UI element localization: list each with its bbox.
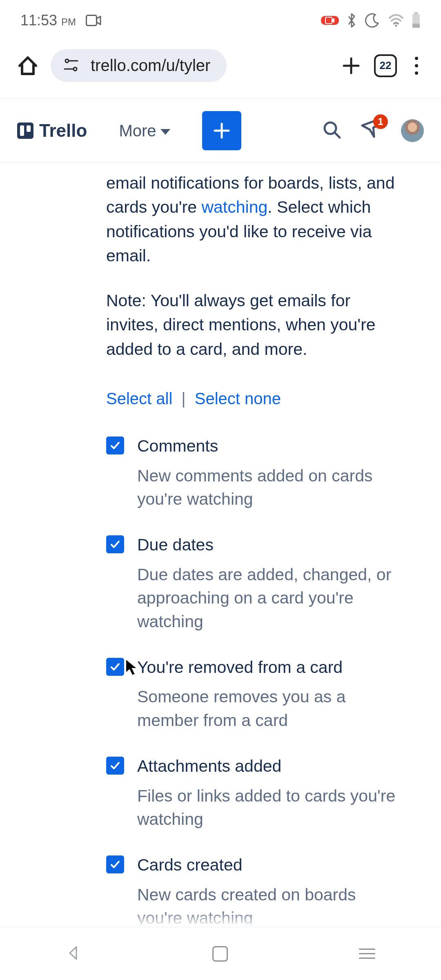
svg-point-8 (74, 67, 77, 71)
site-settings-icon[interactable] (63, 57, 79, 75)
settings-content: email notifications for boards, lists, a… (0, 163, 441, 980)
option-comments: Comments New comments added on cards you… (106, 427, 400, 526)
battery-icon (412, 12, 421, 29)
separator: | (181, 387, 185, 410)
option-desc: Due dates are added, changed, or approac… (137, 563, 400, 633)
clock: 11:53 PM (20, 12, 76, 29)
note-text: Note: You'll always get emails for invit… (106, 289, 400, 361)
trello-logo[interactable]: Trello (17, 120, 87, 141)
new-tab-button[interactable] (340, 54, 363, 77)
browser-menu-button[interactable] (408, 55, 425, 77)
fade (0, 911, 441, 927)
recent-apps-button[interactable] (359, 949, 375, 959)
intro-text: email notifications for boards, lists, a… (106, 171, 400, 268)
more-dropdown[interactable]: More (119, 122, 170, 140)
option-title: You're removed from a card (137, 655, 400, 679)
check-icon (109, 440, 121, 451)
svg-point-6 (65, 59, 69, 62)
url-bar[interactable]: trello.com/u/tyler (51, 49, 227, 82)
watching-link[interactable]: watching (201, 198, 267, 216)
option-desc: Files or links added to cards you're wat… (137, 784, 400, 831)
option-desc: New comments added on cards you're watch… (137, 464, 400, 511)
svg-rect-5 (412, 24, 420, 28)
clock-ampm: PM (61, 16, 76, 27)
checkbox-removed[interactable] (106, 658, 124, 676)
tabs-button[interactable]: 22 (374, 54, 397, 77)
check-icon (109, 760, 121, 771)
avatar[interactable] (401, 119, 424, 142)
status-bar: 11:53 PM (0, 0, 441, 41)
browser-toolbar: trello.com/u/tyler 22 (0, 41, 441, 98)
checkbox-attachments[interactable] (106, 757, 124, 775)
svg-rect-3 (414, 12, 418, 14)
svg-rect-0 (87, 16, 97, 26)
svg-rect-1 (325, 17, 332, 24)
check-icon (109, 539, 121, 550)
option-title: Cards created (137, 853, 400, 877)
bluetooth-icon (346, 12, 357, 29)
checkbox-cards-created[interactable] (106, 855, 124, 873)
option-title: Attachments added (137, 754, 400, 778)
select-actions: Select all | Select none (106, 387, 400, 410)
screencast-icon (86, 15, 101, 26)
notif-badge: 1 (373, 114, 388, 129)
checkbox-due-dates[interactable] (106, 535, 124, 553)
back-button[interactable] (66, 945, 81, 962)
option-attachments: Attachments added Files or links added t… (106, 747, 400, 846)
svg-line-15 (335, 133, 340, 138)
option-desc: Someone removes you as a member from a c… (137, 685, 400, 732)
notifications-button[interactable]: 1 (361, 119, 382, 142)
home-button[interactable] (212, 946, 228, 962)
checkbox-comments[interactable] (106, 437, 124, 454)
check-icon (109, 661, 121, 673)
create-button[interactable] (202, 111, 241, 150)
wifi-icon (388, 14, 404, 27)
notification-options: Comments New comments added on cards you… (106, 427, 400, 980)
screen-record-badge (321, 16, 339, 25)
trello-header: Trello More 1 (0, 99, 441, 163)
system-nav-bar (0, 927, 441, 980)
select-all-link[interactable]: Select all (106, 387, 172, 410)
tabs-count: 22 (380, 59, 392, 72)
home-icon[interactable] (16, 54, 39, 77)
option-removed: You're removed from a card Someone remov… (106, 648, 400, 747)
trello-glyph-icon (17, 122, 33, 139)
option-title: Comments (137, 434, 400, 458)
search-button[interactable] (322, 120, 342, 142)
brand-text: Trello (39, 120, 87, 141)
clock-time: 11:53 (20, 12, 57, 29)
select-none-link[interactable]: Select none (195, 387, 281, 410)
check-icon (109, 859, 121, 870)
option-due-dates: Due dates Due dates are added, changed, … (106, 526, 400, 648)
option-title: Due dates (137, 533, 400, 557)
dnd-moon-icon (364, 12, 381, 29)
chevron-down-icon (160, 129, 170, 135)
more-label: More (119, 122, 156, 140)
url-text: trello.com/u/tyler (91, 56, 210, 75)
svg-point-2 (395, 25, 397, 27)
